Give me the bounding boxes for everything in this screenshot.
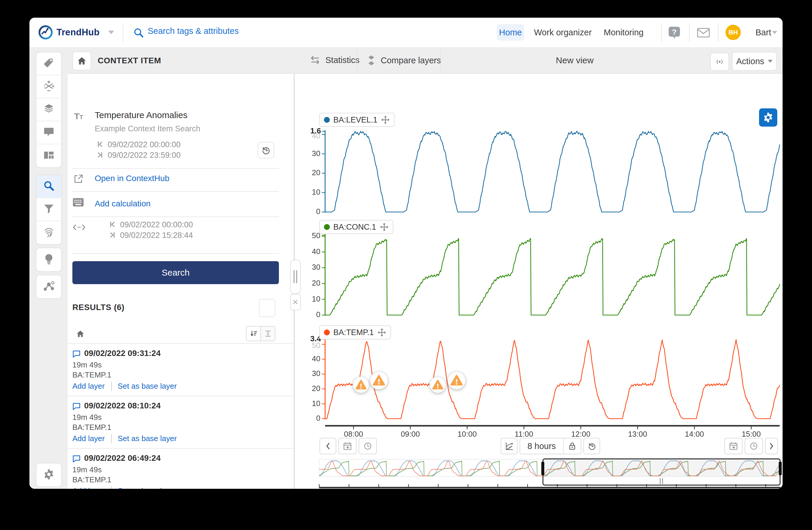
search-button[interactable]: Search — [72, 261, 279, 284]
home-button[interactable] — [72, 52, 91, 70]
broadcast-icon — [714, 57, 725, 67]
add-calculation-link[interactable]: Add calculation — [95, 199, 151, 208]
overview-brush[interactable] — [542, 458, 781, 486]
legend-temp[interactable]: BA:TEMP.1 — [319, 325, 391, 339]
collapse-rows-button[interactable] — [261, 326, 275, 341]
lightbulb-icon — [44, 253, 54, 266]
app-switcher-chevron-icon[interactable] — [108, 31, 114, 34]
app-title: TrendHub — [57, 27, 99, 38]
duration-label[interactable]: 8 hours — [520, 441, 563, 451]
lock-duration-button[interactable] — [563, 438, 581, 454]
rail-item-dashboard[interactable] — [37, 144, 61, 167]
context-item-panel: CONTEXT ITEM TT Temperature Anomalies Ex… — [68, 47, 294, 489]
result-item[interactable]: 09/02/2022 08:10:24 19m 49s BA:TEMP.1 Ad… — [68, 396, 294, 449]
rail-item-lightbulb[interactable] — [37, 248, 61, 271]
rail-item-tag[interactable] — [37, 52, 61, 75]
level-chart-canvas[interactable] — [310, 127, 781, 219]
tag-icon — [43, 57, 55, 70]
settings-icon — [43, 469, 55, 482]
nav-tab-work-organizer[interactable]: Work organizer — [534, 18, 592, 47]
brush-handle-right[interactable] — [779, 462, 782, 475]
calendar-end-button[interactable] — [724, 438, 742, 454]
rail-item-search[interactable] — [37, 175, 61, 198]
result-duration: 19m 49s — [72, 413, 102, 422]
result-item[interactable]: 09/02/2022 09:31:24 19m 49s BA:TEMP.1 Ad… — [68, 344, 294, 396]
comment-icon — [72, 402, 81, 412]
add-layer-link[interactable]: Add layer — [72, 381, 105, 391]
set-base-layer-link[interactable]: Set as base layer — [118, 434, 177, 443]
statistics-button[interactable]: Statistics — [309, 55, 360, 65]
rail-item-filter[interactable] — [37, 198, 61, 221]
actions-button[interactable]: Actions — [732, 52, 777, 71]
rail-item-layers[interactable] — [37, 98, 61, 121]
history-button[interactable] — [258, 142, 274, 158]
clock-end-button[interactable] — [745, 438, 763, 454]
time-axis-canvas — [310, 424, 781, 439]
home-icon[interactable] — [76, 330, 85, 339]
rail-item-connections[interactable] — [37, 275, 61, 298]
pan-left-button[interactable] — [319, 438, 336, 454]
mail-icon[interactable] — [697, 27, 710, 39]
compare-layers-icon — [366, 55, 377, 66]
add-layer-link[interactable]: Add layer — [72, 434, 105, 443]
result-duration: 19m 49s — [72, 360, 102, 369]
result-timestamp: 09/02/2022 06:49:24 — [84, 454, 161, 463]
set-base-layer-link[interactable]: Set as base layer — [118, 381, 177, 391]
search-input[interactable] — [147, 26, 407, 36]
left-rail — [29, 47, 68, 489]
nav-tab-monitoring[interactable]: Monitoring — [604, 18, 643, 47]
layer-compare-mode-button[interactable] — [501, 438, 518, 454]
move-icon[interactable] — [380, 223, 389, 232]
warning-badge[interactable] — [429, 376, 446, 394]
clock-icon — [363, 441, 373, 451]
series-color-dot — [324, 224, 330, 230]
brush-handle-left[interactable] — [541, 462, 544, 475]
nav-tab-home[interactable]: Home — [497, 24, 524, 41]
result-duration: 19m 49s — [72, 465, 102, 474]
legend-conc[interactable]: BA:CONC.1 — [319, 220, 393, 234]
pan-right-button[interactable] — [765, 438, 778, 454]
results-menu-button[interactable] — [259, 299, 275, 317]
warning-badge[interactable] — [369, 371, 388, 391]
panel-close-button[interactable]: ✕ — [290, 294, 301, 310]
rail-item-fingerprint[interactable] — [37, 221, 61, 244]
open-in-contexthub-link[interactable]: Open in ContextHub — [95, 174, 170, 183]
conc-chart-canvas[interactable] — [310, 232, 781, 319]
search-icon — [43, 180, 55, 193]
calendar-start-button[interactable] — [338, 438, 357, 454]
main-area: CONTEXT ITEM TT Temperature Anomalies Ex… — [29, 47, 783, 489]
brush-grip-icon[interactable] — [660, 478, 663, 484]
live-mode-button[interactable] — [710, 53, 729, 71]
history-back-button[interactable] — [583, 438, 600, 454]
top-bar: TrendHub Home Work organizer Monitoring … — [29, 18, 783, 48]
comment-icon — [72, 455, 81, 464]
rail-item-calculation[interactable] — [37, 75, 61, 98]
history-icon — [587, 441, 597, 451]
warning-badge[interactable] — [352, 376, 369, 394]
user-menu[interactable]: Bart — [755, 18, 771, 47]
move-icon[interactable] — [381, 115, 390, 124]
add-layer-link[interactable]: Add layer — [72, 486, 105, 489]
warning-badge[interactable] — [447, 371, 466, 391]
compare-layers-button[interactable]: Compare layers — [366, 55, 441, 66]
user-menu-chevron-icon[interactable] — [772, 31, 777, 34]
rail-item-settings[interactable] — [37, 463, 61, 486]
actions-chevron-icon — [768, 60, 772, 63]
move-icon[interactable] — [377, 328, 386, 337]
series-label: BA:LEVEL.1 — [333, 115, 377, 125]
sort-icon — [249, 330, 258, 338]
clock-start-button[interactable] — [359, 438, 377, 454]
context-item-subtitle: Example Context Item Search — [95, 124, 200, 134]
set-base-layer-link[interactable]: Set as base layer — [118, 486, 177, 489]
drag-grip-icon — [294, 270, 297, 283]
legend-level[interactable]: BA:LEVEL.1 — [319, 113, 394, 127]
help-icon[interactable]: ? — [667, 25, 681, 41]
sort-descending-button[interactable] — [247, 326, 261, 341]
rail-item-comment[interactable] — [37, 121, 61, 144]
clock-icon — [749, 441, 758, 451]
avatar[interactable]: BH — [725, 25, 741, 40]
splitter-handle[interactable] — [290, 260, 301, 294]
series-color-dot — [324, 330, 330, 335]
result-item[interactable]: 09/02/2022 06:49:24 19m 49s BA:TEMP.1 Ad… — [68, 449, 294, 489]
chart-settings-button[interactable] — [759, 108, 777, 127]
